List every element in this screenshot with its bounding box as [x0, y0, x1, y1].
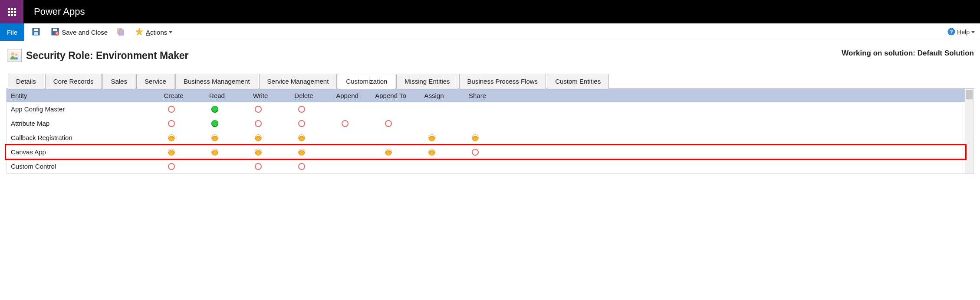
- tab-custom-entities[interactable]: Custom Entities: [547, 74, 609, 89]
- chevron-down-icon: [971, 31, 975, 33]
- permission-cell[interactable]: [454, 149, 497, 156]
- permission-user-icon: [298, 149, 305, 156]
- permission-none-icon: [298, 163, 305, 170]
- permission-none-icon: [342, 120, 349, 127]
- column-header-entity[interactable]: Entity: [7, 92, 150, 99]
- chevron-down-icon: [169, 31, 172, 33]
- permission-none-icon: [168, 106, 175, 113]
- permission-cell[interactable]: [410, 149, 454, 156]
- save-and-close-button[interactable]: Save and Close: [51, 28, 108, 37]
- svg-point-10: [11, 52, 14, 55]
- svg-rect-2: [34, 32, 38, 35]
- permission-cell[interactable]: [454, 134, 497, 141]
- permission-cell[interactable]: [150, 149, 193, 156]
- permission-cell[interactable]: [193, 106, 237, 113]
- tab-service[interactable]: Service: [136, 74, 174, 89]
- permission-none-icon: [168, 120, 175, 127]
- permission-user-icon: [211, 149, 218, 156]
- help-icon: ?: [947, 28, 955, 37]
- copy-role-button[interactable]: [116, 28, 127, 37]
- entity-name[interactable]: Callback Registration: [7, 134, 150, 141]
- permission-cell[interactable]: [367, 149, 410, 156]
- column-header-assign[interactable]: Assign: [410, 92, 454, 99]
- permission-cell[interactable]: [323, 120, 367, 127]
- tab-service-management[interactable]: Service Management: [259, 74, 337, 89]
- permission-cell[interactable]: [150, 106, 193, 113]
- permission-cell[interactable]: [150, 163, 193, 170]
- file-menu[interactable]: File: [0, 23, 24, 41]
- entity-name[interactable]: Attribute Map: [7, 120, 150, 127]
- column-header-append[interactable]: Append: [323, 92, 367, 99]
- actions-label-u: A: [146, 29, 150, 36]
- tab-customization[interactable]: Customization: [338, 74, 395, 89]
- column-header-append-to[interactable]: Append To: [367, 92, 410, 99]
- tab-business-management[interactable]: Business Management: [175, 74, 258, 89]
- permission-cell[interactable]: [237, 120, 280, 127]
- column-header-share[interactable]: Share: [454, 92, 497, 99]
- tab-core-records[interactable]: Core Records: [45, 74, 102, 89]
- permission-cell[interactable]: [367, 120, 410, 127]
- svg-point-11: [15, 53, 18, 56]
- vertical-scrollbar[interactable]: [965, 89, 973, 173]
- tab-business-process-flows[interactable]: Business Process Flows: [459, 74, 546, 89]
- brand-title: Power Apps: [23, 0, 85, 23]
- solution-label: Working on solution: Default Solution: [842, 49, 974, 58]
- actions-label-rest: ctions: [150, 29, 167, 36]
- entity-name[interactable]: App Config Master: [7, 105, 150, 113]
- copy-role-icon: [116, 28, 124, 37]
- entity-name[interactable]: Custom Control: [7, 163, 150, 170]
- tab-details[interactable]: Details: [8, 74, 44, 89]
- column-header-create[interactable]: Create: [150, 92, 193, 99]
- column-header-read[interactable]: Read: [193, 92, 237, 99]
- save-button[interactable]: [32, 28, 43, 37]
- permission-none-icon: [385, 120, 392, 127]
- permission-user-icon: [255, 134, 262, 141]
- permission-none-icon: [255, 163, 262, 170]
- table-row: Custom Control: [7, 159, 965, 173]
- permission-cell[interactable]: [237, 149, 280, 156]
- permission-cell[interactable]: [237, 134, 280, 141]
- help-menu[interactable]: ? Help: [947, 28, 975, 37]
- permission-none-icon: [168, 163, 175, 170]
- svg-text:?: ?: [950, 29, 953, 34]
- permission-user-icon: [472, 134, 479, 141]
- permission-user-icon: [211, 134, 218, 141]
- svg-rect-1: [34, 29, 38, 31]
- tab-missing-entities[interactable]: Missing Entities: [396, 74, 458, 89]
- permission-cell[interactable]: [280, 120, 323, 127]
- permission-none-icon: [298, 106, 305, 113]
- permission-user-icon: [298, 134, 305, 141]
- permission-user-icon: [255, 149, 262, 156]
- permission-cell[interactable]: [193, 120, 237, 127]
- permission-cell[interactable]: [280, 149, 323, 156]
- tab-sales[interactable]: Sales: [102, 74, 135, 89]
- permission-cell[interactable]: [237, 106, 280, 113]
- page-title: Security Role: Environment Maker: [26, 50, 189, 62]
- security-role-icon: [7, 49, 22, 62]
- permission-cell[interactable]: [237, 163, 280, 170]
- column-header-delete[interactable]: Delete: [280, 92, 323, 99]
- actions-menu[interactable]: Actions: [135, 28, 172, 37]
- svg-rect-4: [53, 29, 57, 31]
- permission-cell[interactable]: [193, 149, 237, 156]
- table-row: Canvas App: [7, 145, 965, 159]
- permission-user-icon: [385, 149, 392, 156]
- permission-org-icon: [211, 106, 218, 113]
- table-row: Attribute Map: [7, 116, 965, 130]
- save-icon: [32, 28, 40, 37]
- permission-none-icon: [255, 120, 262, 127]
- permission-cell[interactable]: [193, 134, 237, 141]
- permission-user-icon: [168, 134, 175, 141]
- permission-cell[interactable]: [280, 134, 323, 141]
- app-launcher[interactable]: [0, 0, 23, 23]
- column-header-write[interactable]: Write: [237, 92, 280, 99]
- permission-cell[interactable]: [150, 134, 193, 141]
- permission-cell[interactable]: [410, 134, 454, 141]
- svg-rect-7: [119, 30, 123, 35]
- permission-cell[interactable]: [280, 106, 323, 113]
- permission-cell[interactable]: [280, 163, 323, 170]
- table-row: Callback Registration: [7, 130, 965, 145]
- entity-name[interactable]: Canvas App: [7, 148, 150, 156]
- permission-cell[interactable]: [150, 120, 193, 127]
- permission-none-icon: [472, 149, 479, 156]
